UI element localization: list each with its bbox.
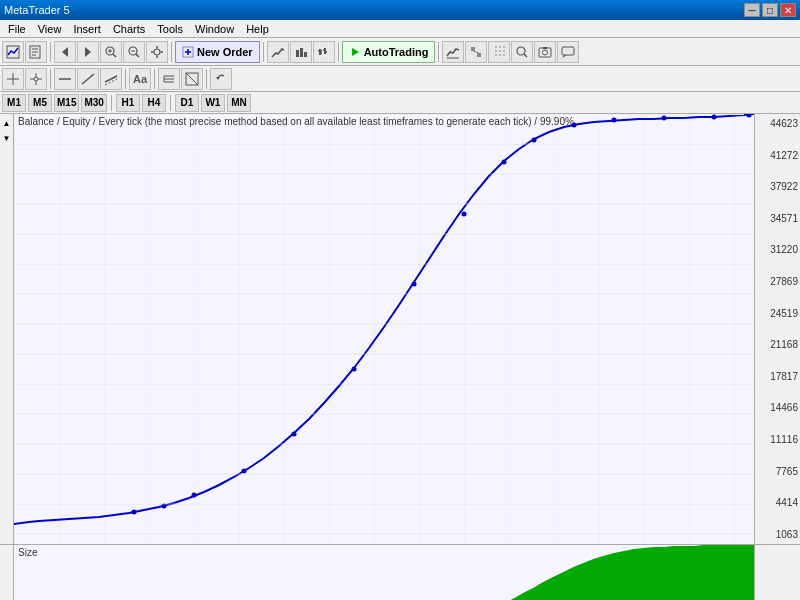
minimize-button[interactable]: ─: [744, 3, 760, 17]
templates-button[interactable]: [25, 41, 47, 63]
tf-h4[interactable]: H4: [142, 94, 166, 112]
gann-button[interactable]: [181, 68, 203, 90]
fibo-button[interactable]: [158, 68, 180, 90]
axis-label-7: 21168: [755, 339, 798, 350]
volume-panel[interactable]: Size: [14, 545, 754, 600]
svg-line-40: [524, 54, 527, 57]
axis-label-1: 41272: [755, 150, 798, 161]
svg-rect-33: [471, 47, 475, 51]
tf-m1[interactable]: M1: [2, 94, 26, 112]
chart-type-button2[interactable]: [290, 41, 312, 63]
drawing-toolbar: Aa: [0, 66, 800, 92]
axis-label-3: 34571: [755, 213, 798, 224]
zoom-in-button[interactable]: [100, 41, 122, 63]
maximize-button[interactable]: □: [762, 3, 778, 17]
chart-type-button3[interactable]: [313, 41, 335, 63]
tf-w1[interactable]: W1: [201, 94, 225, 112]
axis-label-13: 1063: [755, 529, 798, 540]
svg-point-73: [462, 212, 467, 217]
chat-button[interactable]: [557, 41, 579, 63]
draw-sep4: [206, 69, 207, 89]
svg-point-69: [242, 469, 247, 474]
menu-insert[interactable]: Insert: [67, 20, 107, 37]
objects-button[interactable]: [465, 41, 487, 63]
volume-left-gutter: [0, 545, 14, 600]
forward-button[interactable]: [77, 41, 99, 63]
volume-size-label: Size: [18, 547, 37, 558]
svg-line-56: [105, 79, 117, 85]
titlebar-title: MetaTrader 5: [4, 4, 70, 16]
svg-point-42: [543, 50, 548, 55]
period-separators-button[interactable]: [488, 41, 510, 63]
chart-label: Balance / Equity / Every tick (the most …: [18, 116, 574, 127]
crosshair-button[interactable]: [25, 68, 47, 90]
axis-label-2: 37922: [755, 181, 798, 192]
indicators-button[interactable]: [442, 41, 464, 63]
tf-h1[interactable]: H1: [116, 94, 140, 112]
tf-m30[interactable]: M30: [81, 94, 106, 112]
new-order-button[interactable]: New Order: [175, 41, 260, 63]
menu-help[interactable]: Help: [240, 20, 275, 37]
axis-label-6: 24519: [755, 308, 798, 319]
auto-trading-label: AutoTrading: [364, 46, 429, 58]
menu-file[interactable]: File: [2, 20, 32, 37]
toolbar-separator3: [263, 42, 264, 62]
zoom-button[interactable]: [511, 41, 533, 63]
menu-view[interactable]: View: [32, 20, 68, 37]
close-button[interactable]: ✕: [780, 3, 796, 17]
toolbar-separator4: [338, 42, 339, 62]
svg-rect-65: [14, 114, 754, 544]
new-chart-button[interactable]: [2, 41, 24, 63]
volume-chart-svg: [14, 545, 754, 600]
text-button[interactable]: Aa: [129, 68, 151, 90]
svg-point-66: [132, 510, 137, 515]
undo-button[interactable]: [210, 68, 232, 90]
toolbar-separator: [50, 42, 51, 62]
svg-marker-63: [216, 77, 220, 80]
axis-label-5: 27869: [755, 276, 798, 287]
left-toolbar: ▲ ▼: [0, 114, 14, 544]
svg-point-72: [412, 282, 417, 287]
screenshot-button[interactable]: [534, 41, 556, 63]
toolbar1: New Order AutoTrading: [0, 38, 800, 66]
svg-rect-43: [543, 47, 547, 49]
scroll-dn-button[interactable]: ▼: [1, 131, 13, 145]
svg-marker-5: [62, 47, 68, 57]
axis-label-0: 44623: [755, 118, 798, 129]
scroll-up-button[interactable]: ▲: [1, 116, 13, 130]
chart-panel[interactable]: Balance / Equity / Every tick (the most …: [14, 114, 754, 544]
autotrading-button[interactable]: AutoTrading: [342, 41, 436, 63]
titlebar: MetaTrader 5 ─ □ ✕: [0, 0, 800, 20]
hline-button[interactable]: [54, 68, 76, 90]
svg-point-75: [532, 138, 537, 143]
toolbar-separator5: [438, 42, 439, 62]
tf-mn[interactable]: MN: [227, 94, 251, 112]
tf-sep2: [170, 95, 171, 111]
menu-charts[interactable]: Charts: [107, 20, 151, 37]
back-button[interactable]: [54, 41, 76, 63]
trendline-button[interactable]: [77, 68, 99, 90]
svg-rect-44: [562, 47, 574, 55]
tf-d1[interactable]: D1: [175, 94, 199, 112]
svg-line-62: [186, 73, 198, 85]
svg-point-52: [34, 77, 38, 81]
zoom-out-button[interactable]: [123, 41, 145, 63]
volume-container: Size: [0, 544, 800, 600]
new-order-label: New Order: [197, 46, 253, 58]
properties-button[interactable]: [146, 41, 168, 63]
draw-sep2: [125, 69, 126, 89]
tf-m5[interactable]: M5: [28, 94, 52, 112]
chart-type-button1[interactable]: [267, 41, 289, 63]
tf-sep1: [111, 95, 112, 111]
menubar: File View Insert Charts Tools Window Hel…: [0, 20, 800, 38]
toolbar-separator2: [171, 42, 172, 62]
channel-button[interactable]: [100, 68, 122, 90]
menu-window[interactable]: Window: [189, 20, 240, 37]
svg-point-74: [502, 160, 507, 165]
axis-label-4: 31220: [755, 244, 798, 255]
chart-container: ▲ ▼ Balance / Equity / Every tick (the m…: [0, 114, 800, 544]
cursor-button[interactable]: [2, 68, 24, 90]
tf-m15[interactable]: M15: [54, 94, 79, 112]
menu-tools[interactable]: Tools: [151, 20, 189, 37]
svg-rect-34: [477, 53, 481, 57]
